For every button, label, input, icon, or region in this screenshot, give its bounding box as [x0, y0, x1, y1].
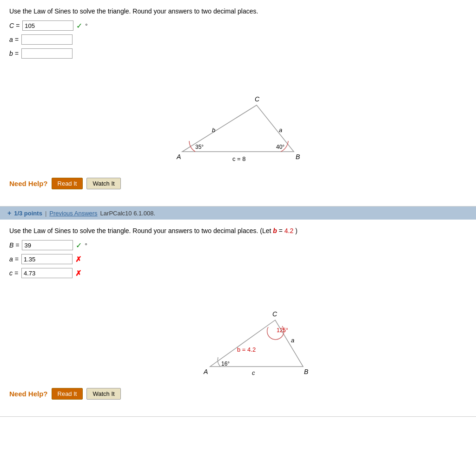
problem-id: LarPCalc10 6.1.008.: [100, 210, 156, 217]
cross-icon-a2: ✗: [75, 255, 81, 264]
side-a1: a: [279, 127, 282, 134]
instruction2-end: ): [295, 227, 298, 234]
need-help-1: Need Help? Read It Watch It: [9, 178, 467, 197]
label-b1: b =: [9, 50, 19, 57]
degree-B2: °: [85, 242, 87, 249]
vertex-c1: C: [255, 95, 260, 103]
read-it-button-1[interactable]: Read It: [52, 178, 83, 189]
angle-c2: 125°: [277, 327, 288, 334]
input-row-c2: c = ✗: [9, 268, 467, 278]
input-b1[interactable]: [21, 48, 73, 59]
vertex-a2: A: [203, 368, 208, 375]
vertex-b1: B: [296, 153, 300, 160]
side-b2: b = 4.2: [237, 346, 256, 353]
problem-1: Use the Law of Sines to solve the triang…: [0, 0, 476, 206]
side-a2: a: [291, 337, 294, 344]
need-help-2: Need Help? Read It Watch It: [9, 388, 467, 407]
need-help-label-1: Need Help?: [9, 180, 48, 187]
label-c2: c =: [9, 269, 19, 277]
vertex-b2: B: [304, 368, 308, 375]
vertex-a1: A: [176, 153, 181, 160]
problem-2: Use the Law of Sines to solve the triang…: [0, 220, 476, 416]
points-bar: + 1/3 points | Previous Answers LarPCalc…: [0, 207, 476, 220]
input-row-a1: a =: [9, 34, 467, 45]
instruction2-b: b: [273, 227, 277, 234]
check-icon-c1: ✓: [76, 21, 82, 30]
instruction2-text: Use the Law of Sines to solve the triang…: [9, 227, 271, 234]
input-row-b1: b =: [9, 48, 467, 59]
input-a1[interactable]: [21, 34, 73, 45]
problem1-instruction: Use the Law of Sines to solve the triang…: [9, 7, 467, 15]
angle-b1: 40°: [276, 144, 284, 150]
diagram-1: A B C b a c = 8 35° 40°: [9, 68, 467, 170]
divider-2: [0, 416, 476, 417]
diagram-2: A B C b = 4.2 a c 16° 125°: [9, 287, 467, 381]
label-a1: a =: [9, 36, 19, 43]
angle-a1: 35°: [195, 144, 204, 150]
degree-c1: °: [85, 22, 87, 29]
cross-icon-c2: ✗: [75, 269, 81, 278]
label-B2: B =: [9, 241, 19, 249]
input-c1[interactable]: [22, 20, 73, 31]
vertex-c2: C: [272, 310, 278, 318]
instruction2-eq: =: [279, 227, 283, 234]
instruction2-val: 4.2: [284, 227, 293, 234]
side-c2: c: [252, 369, 255, 376]
plus-icon: +: [7, 209, 11, 217]
label-a2: a =: [9, 255, 19, 263]
problem2-instruction: Use the Law of Sines to solve the triang…: [9, 227, 467, 234]
watch-it-button-1[interactable]: Watch It: [86, 178, 120, 189]
angle-a2: 16°: [221, 361, 230, 367]
side-b1: b: [212, 127, 215, 134]
watch-it-button-2[interactable]: Watch It: [86, 388, 120, 400]
check-icon-B2: ✓: [76, 241, 82, 250]
points-text: 1/3 points: [14, 210, 42, 217]
previous-answers-link[interactable]: Previous Answers: [49, 210, 97, 217]
input-B2[interactable]: [22, 240, 73, 250]
pipe: |: [45, 210, 46, 217]
svg-marker-1: [210, 320, 303, 367]
input-row-B2: B = ✓ °: [9, 240, 467, 250]
side-c1: c = 8: [232, 155, 246, 162]
input-row-a2: a = ✗: [9, 254, 467, 264]
input-row-c1: C = ✓ °: [9, 20, 467, 31]
input-c2[interactable]: [21, 268, 73, 278]
label-c1: C =: [9, 22, 20, 29]
input-a2[interactable]: [21, 254, 73, 264]
need-help-label-2: Need Help?: [9, 390, 48, 398]
read-it-button-2[interactable]: Read It: [52, 388, 83, 400]
